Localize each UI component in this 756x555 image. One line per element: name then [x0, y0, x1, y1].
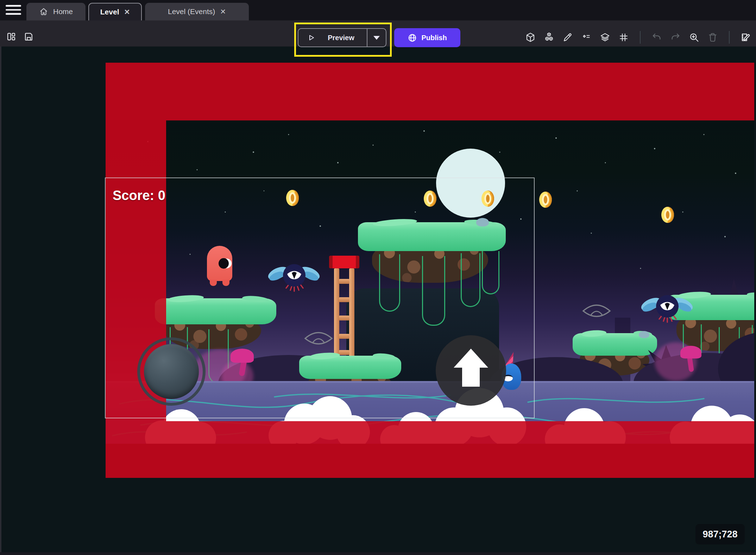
- globe-icon: [408, 33, 417, 43]
- publish-button[interactable]: Publish: [394, 28, 460, 47]
- grid-icon[interactable]: [618, 32, 629, 43]
- instances-cubes-icon[interactable]: [544, 32, 554, 43]
- toolbar-right-icons: [525, 31, 751, 44]
- object-list-icon[interactable]: [581, 32, 592, 43]
- tab-label: Level (Events): [168, 7, 215, 16]
- tab-bar: Home Level ✕ Level (Events) ✕: [0, 0, 756, 20]
- redo-icon[interactable]: [670, 32, 681, 43]
- tab-level-events[interactable]: Level (Events) ✕: [145, 3, 249, 20]
- tab-label: Home: [53, 7, 73, 16]
- tab-level[interactable]: Level ✕: [88, 3, 142, 20]
- toolbar-left-icons: [6, 32, 34, 42]
- highlight-annotation: [294, 23, 392, 57]
- hamburger-bar: [6, 9, 21, 11]
- game-editor-window: Home Level ✕ Level (Events) ✕: [0, 0, 756, 555]
- coin[interactable]: [661, 207, 674, 223]
- edit-scene-icon[interactable]: [741, 32, 751, 43]
- arrow-up-icon: [452, 348, 490, 387]
- enemy-fly[interactable]: [641, 292, 693, 326]
- layout-panels-icon[interactable]: [6, 32, 16, 42]
- tab-home[interactable]: Home: [26, 3, 86, 20]
- object-box-icon[interactable]: [525, 32, 536, 43]
- pebble: [639, 331, 649, 338]
- layers-icon[interactable]: [600, 32, 610, 43]
- hamburger-bar: [6, 13, 21, 15]
- toolbar-divider: [640, 31, 641, 44]
- undo-icon[interactable]: [651, 32, 662, 43]
- close-icon[interactable]: ✕: [220, 8, 226, 15]
- score-text: Score: 0: [113, 188, 165, 203]
- tab-label: Level: [100, 8, 119, 16]
- cursor-coordinates-badge: 987;728: [695, 524, 745, 544]
- jump-button[interactable]: [436, 335, 506, 406]
- canvas-left-border: [0, 46, 1, 555]
- joystick-knob[interactable]: [144, 344, 199, 399]
- home-icon: [39, 7, 48, 16]
- trash-icon[interactable]: [707, 32, 718, 43]
- zoom-in-icon[interactable]: [689, 32, 699, 43]
- scene-editor-canvas[interactable]: Score: 0 987;728: [0, 46, 756, 555]
- hamburger-bar: [6, 5, 21, 7]
- canvas-bottom-border: [0, 552, 756, 555]
- coin-slot: [542, 194, 549, 205]
- toolbar-divider: [729, 31, 730, 44]
- mushroom: [680, 346, 701, 358]
- boundary-bottom[interactable]: [106, 421, 754, 478]
- close-icon[interactable]: ✕: [124, 8, 130, 15]
- coin[interactable]: [539, 192, 552, 208]
- pencil-icon[interactable]: [562, 32, 573, 43]
- coin-slot: [664, 209, 671, 220]
- boundary-top[interactable]: [106, 63, 754, 120]
- hidden-eye-outline[interactable]: [582, 301, 611, 320]
- save-icon[interactable]: [24, 32, 34, 42]
- hamburger-menu-icon[interactable]: [6, 5, 21, 15]
- publish-label: Publish: [421, 34, 447, 42]
